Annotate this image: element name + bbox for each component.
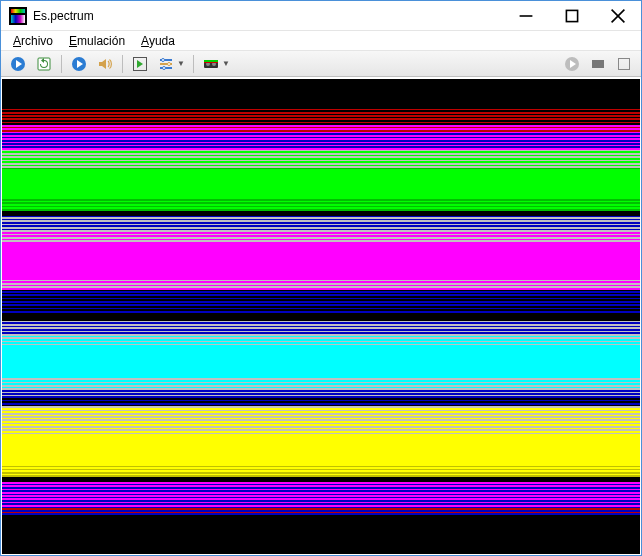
tape-button[interactable] bbox=[200, 53, 222, 75]
menu-bar: Archivo Emulación Ayuda bbox=[1, 31, 641, 51]
minimize-button[interactable] bbox=[503, 1, 549, 30]
app-icon bbox=[9, 7, 27, 25]
run-icon bbox=[71, 56, 87, 72]
toolbar-separator bbox=[193, 55, 194, 73]
config-button[interactable] bbox=[155, 53, 177, 75]
title-bar: Es.pectrum bbox=[1, 1, 641, 31]
toolbar-separator bbox=[61, 55, 62, 73]
sound-icon bbox=[97, 56, 113, 72]
sound-button[interactable] bbox=[94, 53, 116, 75]
menu-ayuda[interactable]: Ayuda bbox=[133, 32, 183, 50]
refresh-icon bbox=[36, 56, 52, 72]
svg-rect-21 bbox=[204, 60, 218, 62]
config-icon bbox=[158, 56, 174, 72]
tape-icon bbox=[203, 56, 219, 72]
minimize-icon bbox=[518, 8, 534, 24]
svg-marker-11 bbox=[137, 60, 143, 68]
step-button[interactable] bbox=[129, 53, 151, 75]
toolbar-separator bbox=[122, 55, 123, 73]
maximize-button[interactable] bbox=[549, 1, 595, 30]
svg-marker-9 bbox=[99, 59, 106, 69]
refresh-button[interactable] bbox=[33, 53, 55, 75]
toolbar: ▼ ▼ bbox=[1, 51, 641, 77]
config-dropdown[interactable]: ▼ bbox=[177, 59, 185, 68]
screen-icon bbox=[590, 56, 606, 72]
step-icon bbox=[132, 56, 148, 72]
window-controls bbox=[503, 1, 641, 30]
close-icon bbox=[610, 8, 626, 24]
maximize-icon bbox=[564, 8, 580, 24]
svg-point-17 bbox=[163, 66, 166, 69]
svg-point-16 bbox=[168, 62, 171, 65]
svg-rect-25 bbox=[592, 60, 604, 68]
snapshot-icon bbox=[616, 56, 632, 72]
window-title: Es.pectrum bbox=[33, 9, 503, 23]
svg-point-15 bbox=[162, 58, 165, 61]
snapshot-button[interactable] bbox=[613, 53, 635, 75]
screen-button[interactable] bbox=[587, 53, 609, 75]
play-icon bbox=[10, 56, 26, 72]
close-button[interactable] bbox=[595, 1, 641, 30]
svg-rect-26 bbox=[619, 58, 630, 69]
svg-rect-22 bbox=[204, 62, 218, 63]
emulator-display bbox=[2, 79, 640, 554]
tape-dropdown[interactable]: ▼ bbox=[222, 59, 230, 68]
svg-rect-1 bbox=[566, 10, 577, 21]
record-button[interactable] bbox=[561, 53, 583, 75]
menu-archivo[interactable]: Archivo bbox=[5, 32, 61, 50]
menu-emulacion[interactable]: Emulación bbox=[61, 32, 133, 50]
play-button[interactable] bbox=[7, 53, 29, 75]
record-icon bbox=[564, 56, 580, 72]
run-button[interactable] bbox=[68, 53, 90, 75]
